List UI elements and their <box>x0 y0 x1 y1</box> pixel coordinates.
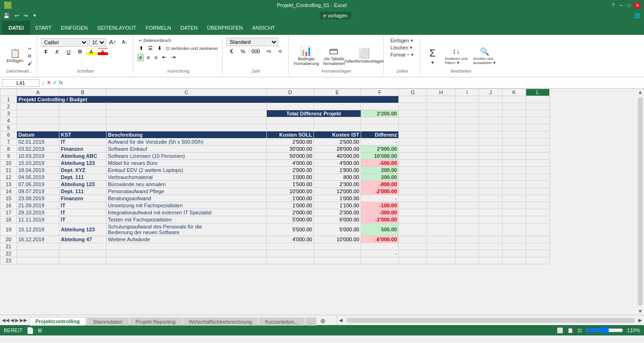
cell-18-d[interactable]: 5'000.00 <box>267 216 314 223</box>
cell-21-k[interactable] <box>503 243 526 250</box>
align-center-button[interactable]: ≡ <box>145 54 151 61</box>
cell-2-k[interactable] <box>503 103 526 110</box>
cell-13-c[interactable]: Bürowände neu anmalen <box>107 181 267 188</box>
cell-6-j[interactable] <box>479 131 503 139</box>
increase-decimal-button[interactable]: +0 <box>264 48 274 55</box>
cell-12-e[interactable]: 800.00 <box>314 174 361 181</box>
shrink-font-button[interactable]: A↓ <box>120 39 130 46</box>
cell-10-h[interactable] <box>427 160 455 167</box>
cell-total-label[interactable]: Total Differenz Projekt <box>267 110 361 117</box>
cell-9-e[interactable]: 40'000.00 <box>314 153 361 160</box>
cell-22-b[interactable] <box>59 250 107 257</box>
row-14-header[interactable]: 14 <box>0 188 17 195</box>
confirm-formula-icon[interactable]: ✓ <box>53 80 57 86</box>
cell-7-h[interactable] <box>427 139 455 146</box>
cell-6-c[interactable]: Beschreibung <box>107 131 267 139</box>
cell-23-e[interactable] <box>314 257 361 264</box>
cell-23-a[interactable] <box>17 257 59 264</box>
cell-3-h[interactable] <box>427 110 455 117</box>
cell-18-a[interactable]: 11.11.2019 <box>17 216 59 223</box>
cell-8-e[interactable]: 28'000.00 <box>314 146 361 153</box>
cell-13-d[interactable]: 1'500.00 <box>267 181 314 188</box>
cell-21-e[interactable] <box>314 243 361 250</box>
cell-2-i[interactable] <box>455 103 479 110</box>
cell-15-c[interactable]: Beratungsaufwand <box>107 195 267 202</box>
cell-13-h[interactable] <box>427 181 455 188</box>
cell-19-h[interactable] <box>427 223 455 236</box>
font-color-button[interactable]: A <box>98 48 108 56</box>
cell-6-g[interactable] <box>399 131 427 139</box>
cell-12-j[interactable] <box>479 174 503 181</box>
cell-20-j[interactable] <box>479 236 503 243</box>
cell-3-j[interactable] <box>479 110 503 117</box>
cell-10-b[interactable]: Abteilung 123 <box>59 160 107 167</box>
col-k-header[interactable]: K <box>503 89 526 96</box>
vorlage-label[interactable]: e vorlagen <box>320 12 351 19</box>
cell-4-c[interactable] <box>107 117 267 124</box>
cell-16-h[interactable] <box>427 202 455 209</box>
row-7-header[interactable]: 7 <box>0 139 17 146</box>
cell-7-g[interactable] <box>399 139 427 146</box>
cell-15-a[interactable]: 23.08.2019 <box>17 195 59 202</box>
cell-15-b[interactable]: Finanzen <box>59 195 107 202</box>
zoom-slider[interactable] <box>586 327 623 334</box>
cell-4-a[interactable] <box>17 117 59 124</box>
cell-14-i[interactable] <box>455 188 479 195</box>
cell-9-h[interactable] <box>427 153 455 160</box>
decrease-decimal-button[interactable]: -0 <box>275 48 285 55</box>
cell-1-g[interactable] <box>399 96 427 103</box>
cell-15-g[interactable] <box>399 195 427 202</box>
cell-22-d[interactable] <box>267 250 314 257</box>
cell-6-e[interactable]: Kosten IST <box>314 131 361 139</box>
cell-8-g[interactable] <box>399 146 427 153</box>
cell-7-k[interactable] <box>503 139 526 146</box>
bold-button[interactable]: F <box>41 48 51 56</box>
cell-5-b[interactable] <box>59 124 107 131</box>
tab-wirtschaft[interactable]: Wirtschaftlichkeitsrechnung <box>183 318 258 326</box>
cell-16-k[interactable] <box>503 202 526 209</box>
cell-6-h[interactable] <box>427 131 455 139</box>
cell-9-d[interactable]: 50'000.00 <box>267 153 314 160</box>
currency-button[interactable]: € <box>226 47 237 56</box>
cell-20-c[interactable]: Weitere Aufwände <box>107 236 267 243</box>
cell-12-b[interactable]: Dept. 111 <box>59 174 107 181</box>
find-select-button[interactable]: 🔍 Suchen undAuswählen ▼ <box>471 46 498 66</box>
cell-8-c[interactable]: Software Einkauf <box>107 146 267 153</box>
cell-10-g[interactable] <box>399 160 427 167</box>
cell-21-g[interactable] <box>399 243 427 250</box>
menu-file[interactable]: DATEI <box>2 21 30 35</box>
cell-19-i[interactable] <box>455 223 479 236</box>
help-icon[interactable]: ? <box>610 2 616 8</box>
cell-22-e[interactable] <box>314 250 361 257</box>
cell-4-g[interactable] <box>399 117 427 124</box>
cell-23-c[interactable] <box>107 257 267 264</box>
cell-9-i[interactable] <box>455 153 479 160</box>
cell-11-b[interactable]: Dept. XYZ <box>59 167 107 174</box>
add-sheet-button[interactable]: ⊕ <box>317 316 329 326</box>
cell-14-e[interactable]: 12'000.00 <box>314 188 361 195</box>
cell-11-g[interactable] <box>399 167 427 174</box>
cell-3-a[interactable] <box>17 110 59 117</box>
menu-formeln[interactable]: FORMELN <box>141 21 176 35</box>
cell-3-c[interactable] <box>107 110 267 117</box>
border-button[interactable]: ⊞ <box>75 48 85 56</box>
cell-15-f[interactable]: - <box>361 195 399 202</box>
cell-23-i[interactable] <box>455 257 479 264</box>
cell-19-a[interactable]: 15.12.2019 <box>17 223 59 236</box>
cell-5-a[interactable] <box>17 124 59 131</box>
cell-19-c[interactable]: Schulungsaufwand des Personals für dieBe… <box>107 223 267 236</box>
align-right-button[interactable]: ≡ <box>153 54 159 61</box>
cell-23-g[interactable] <box>399 257 427 264</box>
cell-5-h[interactable] <box>427 124 455 131</box>
cell-19-f[interactable]: 500.00 <box>361 223 399 236</box>
close-icon[interactable]: ✕ <box>634 2 640 8</box>
cell-15-h[interactable] <box>427 195 455 202</box>
cell-20-h[interactable] <box>427 236 455 243</box>
cell-9-a[interactable]: 10.03.2019 <box>17 153 59 160</box>
cell-4-j[interactable] <box>479 117 503 124</box>
cell-11-j[interactable] <box>479 167 503 174</box>
cell-12-g[interactable] <box>399 174 427 181</box>
row-19-header[interactable]: 19 <box>0 223 17 236</box>
thousands-button[interactable]: 000 <box>249 48 262 55</box>
cell-18-f[interactable]: -1'000.00 <box>361 216 399 223</box>
